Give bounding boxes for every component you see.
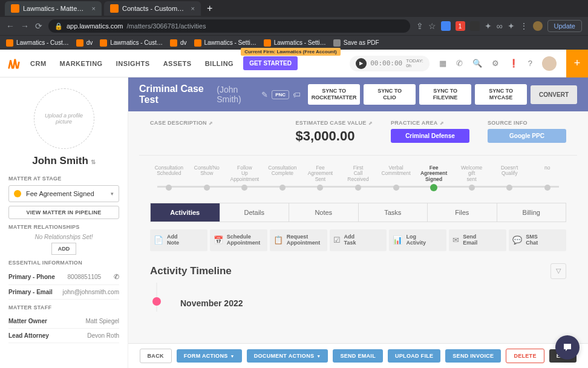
back-icon[interactable]: ← [6, 21, 15, 31]
calendar-icon[interactable]: ▦ [439, 59, 446, 68]
timeline-dot [152, 297, 161, 306]
share-icon[interactable]: ⇪ [416, 21, 423, 31]
convert-button[interactable]: CONVERT [531, 85, 577, 104]
tab-billing[interactable]: Billing [497, 203, 566, 222]
quick-action[interactable]: ☑AddTask [330, 229, 387, 251]
extension-icon[interactable]: ✦ [485, 21, 492, 31]
bookmark-item[interactable]: Lawmatics - Cust… [100, 39, 163, 47]
bookmark-item[interactable]: Lawmatics - Setti… [194, 39, 256, 47]
favicon [110, 4, 119, 13]
add-button[interactable]: + [566, 50, 588, 77]
stage-dropdown[interactable]: Fee Agreement Signed ▾ [8, 185, 119, 202]
document-actions-button[interactable]: DOCUMENT ACTIONS▼ [247, 349, 328, 363]
timer-widget[interactable]: ▶ 00:00:00 TODAY:0h [350, 56, 430, 71]
close-icon[interactable]: × [92, 5, 96, 12]
stage-item[interactable]: FirstCallReceived [339, 165, 377, 191]
phone-icon[interactable]: ✆ [456, 59, 463, 68]
stage-item[interactable]: ConsultationScheduled [150, 165, 188, 191]
upload-file-button[interactable]: UPLOAD FILE [388, 349, 440, 363]
stage-item[interactable]: Consult/NoShow [188, 165, 226, 191]
browser-tab[interactable]: Contacts - Custom Fields - Se…× [104, 1, 201, 16]
extension-icon[interactable]: 1 [456, 21, 465, 31]
practice-area-pill[interactable]: Criminal Defense [391, 129, 469, 143]
tab-notes[interactable]: Notes [289, 203, 359, 222]
browser-tab[interactable]: Lawmatics - Matters - 30667…× [5, 1, 102, 16]
value-label: ESTIMATED CASE VALUE⬈ [296, 120, 373, 126]
edit-icon[interactable]: ✎ [261, 90, 268, 99]
profile-avatar[interactable] [533, 21, 543, 31]
search-icon[interactable]: 🔍 [472, 59, 482, 68]
star-icon[interactable]: ☆ [428, 21, 436, 31]
tab-details[interactable]: Details [220, 203, 290, 222]
stage-item[interactable]: Welcomegiftsent [452, 165, 491, 191]
nav-item[interactable]: ASSETS [163, 60, 192, 67]
popout-icon[interactable]: ⬈ [209, 120, 213, 126]
nav-item[interactable]: INSIGHTS [116, 60, 150, 67]
tab-tasks[interactable]: Tasks [359, 203, 428, 222]
quick-action[interactable]: 📋RequestAppointment [270, 229, 327, 251]
stage-item[interactable]: VerbalCommitment [377, 165, 415, 191]
quick-action[interactable]: 📄AddNote [150, 229, 207, 251]
delete-button[interactable]: DELETE [506, 349, 544, 363]
content-area: Criminal Case Test (John Smith) ✎ PNC 🏷 … [128, 77, 588, 368]
sync-button[interactable]: SYNC TOROCKETMATTER [308, 84, 360, 105]
close-icon[interactable]: × [191, 5, 195, 12]
update-button[interactable]: Update [547, 20, 582, 32]
swap-icon[interactable]: ⇅ [91, 159, 96, 165]
popout-icon[interactable]: ⬈ [368, 120, 373, 126]
extension-icon[interactable]: ∞ [497, 21, 503, 31]
play-icon[interactable]: ▶ [356, 58, 367, 69]
stage-item[interactable]: no [528, 165, 566, 191]
stage-item[interactable]: FeeAgreementSent [301, 165, 339, 191]
stage-item[interactable]: Doesn'tQualify [491, 165, 529, 191]
source-pill[interactable]: Google PPC [488, 129, 566, 143]
sidebar: Upload a profile picture John Smith⇅ MAT… [0, 77, 128, 368]
sync-button[interactable]: SYNC TOMYCASE [475, 84, 527, 105]
alert-icon[interactable]: ❗ [509, 59, 518, 68]
sync-button[interactable]: SYNC TOCLIO [364, 84, 416, 105]
user-avatar[interactable] [542, 56, 557, 71]
add-relationship-button[interactable]: ADD [51, 243, 77, 255]
extension-icon[interactable] [441, 21, 451, 31]
quick-action[interactable]: 📊LogActivity [389, 229, 446, 251]
profile-picture-upload[interactable]: Upload a profile picture [34, 88, 94, 149]
extension-icon[interactable] [470, 21, 480, 31]
address-bar[interactable]: 🔒 app.lawmatics.com/matters/3066781/acti… [48, 19, 410, 33]
bookmark-item[interactable]: Save as PDF [333, 39, 379, 47]
nav-item[interactable]: BILLING [205, 60, 234, 67]
send-invoice-button[interactable]: SEND INVOICE [445, 349, 501, 363]
nav-item[interactable]: MARKETING [60, 60, 103, 67]
bookmark-item[interactable]: Lawmatics - Cust… [6, 39, 69, 47]
quick-action[interactable]: 📅ScheduleAppointment [210, 229, 267, 251]
menu-icon[interactable]: ⋮ [520, 21, 528, 31]
quick-action[interactable]: 💬SMSChat [509, 229, 566, 251]
reload-icon[interactable]: ⟳ [35, 21, 42, 31]
tab-activities[interactable]: Activities [151, 203, 220, 222]
help-icon[interactable]: ? [528, 59, 532, 68]
sync-button[interactable]: SYNC TOFILEVINE [419, 84, 471, 105]
back-button[interactable]: BACK [140, 349, 172, 363]
stage-item[interactable]: ConsultationComplete [264, 165, 302, 191]
quick-action[interactable]: ✉SendEmail [449, 229, 506, 251]
stage-item[interactable]: FollowUpAppointment [226, 165, 264, 191]
toolbar-icons: ⇪ ☆ 1 ✦ ∞ ✦ ⋮ Update [416, 20, 582, 32]
stage-item[interactable]: FeeAgreementSigned [415, 165, 453, 191]
tab-files[interactable]: Files [428, 203, 497, 222]
form-actions-button[interactable]: FORM ACTIONS▼ [177, 349, 242, 363]
gear-icon[interactable]: ⚙ [492, 59, 499, 68]
bookmark-item[interactable]: dv [76, 39, 93, 47]
tag-icon[interactable]: 🏷 [293, 90, 301, 99]
new-tab-button[interactable]: + [207, 3, 212, 14]
get-started-button[interactable]: Current Firm: Lawmatics (Free Account) G… [243, 56, 298, 70]
phone-icon[interactable]: ✆ [114, 273, 119, 281]
forward-icon[interactable]: → [21, 21, 29, 31]
bookmark-item[interactable]: dv [170, 39, 187, 47]
filter-icon[interactable]: ▽ [550, 263, 566, 279]
popout-icon[interactable]: ⬈ [440, 120, 444, 126]
send-email-button[interactable]: SEND EMAIL [333, 349, 383, 363]
help-bubble[interactable] [555, 335, 580, 360]
bookmark-item[interactable]: Lawmatics - Setti… [264, 39, 326, 47]
extensions-icon[interactable]: ✦ [508, 21, 515, 31]
view-pipeline-button[interactable]: VIEW MATTER IN PIPELINE [8, 206, 119, 219]
nav-item[interactable]: CRM [30, 60, 47, 67]
